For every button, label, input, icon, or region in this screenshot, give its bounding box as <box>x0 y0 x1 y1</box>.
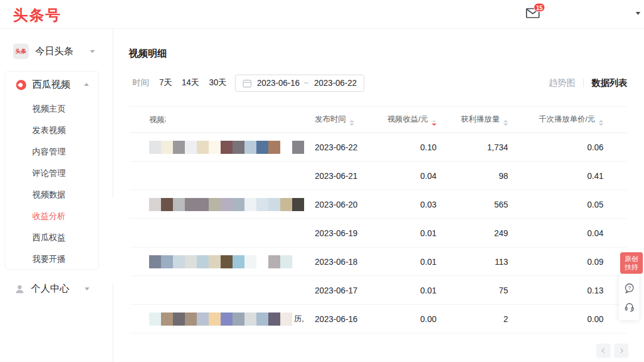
range-14d-button[interactable]: 14天 <box>182 78 200 88</box>
calendar-icon <box>243 79 252 88</box>
table-row: 2023-06-19 0.01 249 0.04 <box>130 219 627 247</box>
sidebar-item-content-management[interactable]: 内容管理 <box>5 141 98 162</box>
account-chevron-down-icon[interactable] <box>636 12 640 15</box>
time-filter-bar: 时间 7天 14天 30天 2023-06-16 ~ 2023-06-22 <box>132 74 364 92</box>
video-title-cell <box>130 141 309 154</box>
monetized-views-cell: 98 <box>440 171 512 181</box>
monetized-views-cell: 113 <box>440 257 512 267</box>
page: 头条号 15 头条 今日头条 西瓜视频 视频主页 发表视频 内 <box>0 0 644 362</box>
video-title-cell <box>130 255 309 268</box>
table-row: 2023-06-20 0.03 565 0.05 <box>130 190 627 219</box>
range-30d-button[interactable]: 30天 <box>209 78 227 88</box>
range-7d-button[interactable]: 7天 <box>159 78 172 88</box>
tab-trend-chart[interactable]: 趋势图 <box>549 78 575 89</box>
sidebar-item-video-data[interactable]: 视频数据 <box>5 184 98 205</box>
video-detail-table: 视频标题 发布时间 视频收益/元 获利播放量 千次播放单价/元 2023-06-… <box>130 106 627 333</box>
publish-date-cell: 2023-06-16 <box>309 314 363 324</box>
date-separator: ~ <box>304 78 309 88</box>
monetized-views-cell: 2 <box>440 314 512 324</box>
xigua-video-logo-icon <box>16 80 26 90</box>
question-icon: ? <box>624 283 635 294</box>
topbar: 头条号 15 <box>0 0 644 29</box>
table-row: 2023-06-22 0.10 1,734 0.06 <box>130 133 627 162</box>
mail-button[interactable]: 15 <box>526 8 540 18</box>
col-header-monetized-views[interactable]: 获利播放量 <box>440 114 512 126</box>
cpm-cell: 0.09 <box>512 257 627 267</box>
video-revenue-cell: 0.01 <box>363 228 440 238</box>
publish-date-cell: 2023-06-17 <box>309 286 363 295</box>
xigua-submenu: 视频主页 发表视频 内容管理 评论管理 视频数据 收益分析 西瓜权益 我要开播 <box>5 98 98 270</box>
censored-title-mosaic <box>149 141 304 154</box>
publish-date-cell: 2023-06-21 <box>309 171 363 181</box>
svg-text:?: ? <box>627 284 630 290</box>
xigua-section-card: 西瓜视频 视频主页 发表视频 内容管理 评论管理 视频数据 收益分析 西瓜权益 … <box>5 71 99 270</box>
sidebar-section-xigua-video[interactable]: 西瓜视频 <box>5 72 98 98</box>
next-page-button[interactable] <box>614 344 628 358</box>
tab-data-list[interactable]: 数据列表 <box>592 78 627 89</box>
time-filter-label: 时间 <box>132 78 149 88</box>
table-row: 2023-06-18 0.01 113 0.09 <box>130 247 627 276</box>
video-revenue-cell: 0.01 <box>363 257 440 267</box>
sidebar-item-comment-management[interactable]: 评论管理 <box>5 162 98 184</box>
censored-title-mosaic <box>149 313 292 326</box>
toutiao-app-icon: 头条 <box>13 44 29 59</box>
sidebar-item-xigua-benefits[interactable]: 西瓜权益 <box>5 227 98 248</box>
col-header-publish-time[interactable]: 发布时间 <box>309 114 363 126</box>
table-row: 2023-06-17 0.01 75 0.13 <box>130 276 627 305</box>
prev-page-button[interactable] <box>596 344 611 358</box>
chevron-left-icon <box>602 348 606 353</box>
sidebar-item-start-live[interactable]: 我要开播 <box>5 248 98 270</box>
video-revenue-cell: 0.00 <box>363 314 440 324</box>
monetized-views-cell: 75 <box>440 286 512 295</box>
account-label: 今日头条 <box>35 45 73 58</box>
cpm-cell: 0.05 <box>512 200 627 209</box>
video-revenue-cell: 0.10 <box>363 143 440 152</box>
help-widget: ? <box>619 275 639 320</box>
video-revenue-cell: 0.01 <box>363 286 440 295</box>
col-header-cpm[interactable]: 千次播放单价/元 <box>512 114 627 126</box>
sidebar-item-revenue-analysis[interactable]: 收益分析 <box>5 205 98 227</box>
sidebar-item-publish-video[interactable]: 发表视频 <box>5 119 98 141</box>
cpm-cell: 0.13 <box>512 286 627 295</box>
cpm-cell: 0.00 <box>512 314 627 324</box>
view-toggle: 趋势图 数据列表 <box>549 76 627 89</box>
sidebar: 头条 今日头条 西瓜视频 视频主页 发表视频 内容管理 评论管理 视频数据 收益… <box>0 29 113 362</box>
sort-desc-icon <box>432 120 436 126</box>
help-faq-button[interactable]: ? <box>624 283 635 294</box>
redaction-overlay <box>136 334 284 342</box>
video-title-cell: 历, <box>130 313 309 326</box>
sort-icon <box>503 120 508 126</box>
redaction-overlay <box>166 111 283 125</box>
sort-icon <box>349 120 354 126</box>
publish-date-cell: 2023-06-22 <box>309 143 363 152</box>
cpm-cell: 0.04 <box>512 228 627 238</box>
title-fragment: 历, <box>294 314 304 324</box>
date-end-value: 2023-06-22 <box>314 78 357 88</box>
monetized-views-cell: 565 <box>440 200 512 209</box>
toutiaohao-logo: 头条号 <box>13 5 61 25</box>
publish-date-cell: 2023-06-19 <box>309 228 363 238</box>
origin-support-button[interactable]: 原创扶持 <box>620 252 643 274</box>
notification-badge: 15 <box>534 3 545 12</box>
chevron-down-icon <box>90 50 95 53</box>
video-revenue-cell: 0.03 <box>363 200 440 209</box>
monetized-views-cell: 249 <box>440 228 512 238</box>
date-start-value: 2023-06-16 <box>257 78 300 88</box>
customer-service-button[interactable] <box>624 301 635 313</box>
chevron-right-icon <box>618 348 623 353</box>
col-header-video-revenue[interactable]: 视频收益/元 <box>363 114 440 126</box>
chevron-up-icon <box>84 83 89 86</box>
pagination <box>596 344 628 358</box>
date-range-picker[interactable]: 2023-06-16 ~ 2023-06-22 <box>235 75 364 92</box>
sidebar-account-toutiao[interactable]: 头条 今日头条 <box>13 44 95 59</box>
table-row: 2023-06-21 0.04 98 0.41 <box>130 162 627 190</box>
section-label: 西瓜视频 <box>32 79 70 91</box>
chevron-down-icon <box>85 287 89 290</box>
sidebar-item-video-home[interactable]: 视频主页 <box>5 98 98 119</box>
publish-date-cell: 2023-06-18 <box>309 257 363 267</box>
origin-support-label: 原创扶持 <box>624 255 639 271</box>
table-row: 历, 2023-06-16 0.00 2 0.00 <box>130 305 627 333</box>
cpm-cell: 0.06 <box>512 143 627 152</box>
sidebar-section-personal-center[interactable]: 个人中心 <box>14 283 89 295</box>
cpm-cell: 0.41 <box>512 171 627 181</box>
